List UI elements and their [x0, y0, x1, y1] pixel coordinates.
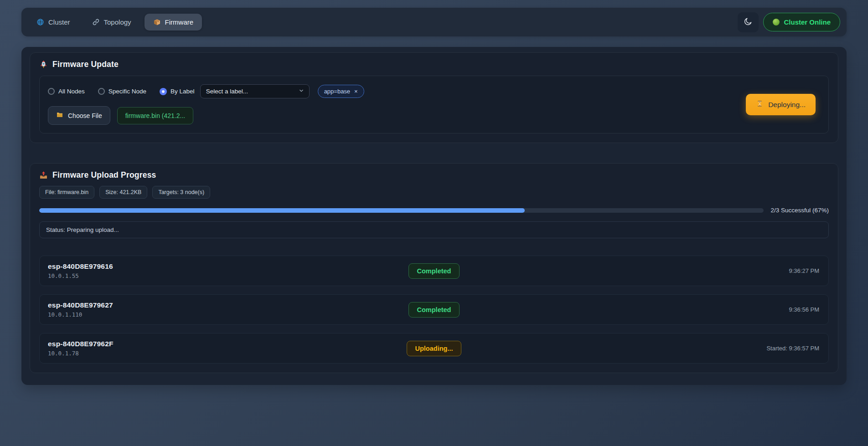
status-message-box: Status: Preparing upload...: [39, 221, 829, 238]
globe-icon: [36, 18, 44, 26]
node-ip: 10.0.1.78: [48, 350, 395, 357]
node-time: Started: 9:36:57 PM: [473, 345, 820, 352]
firmware-update-card: Firmware Update All Nodes Specific Node …: [30, 52, 838, 143]
node-row: esp-840D8E979627 10.0.1.110 Completed 9:…: [39, 294, 829, 325]
cluster-status-label: Cluster Online: [784, 18, 831, 26]
meta-file-badge: File: firmware.bin: [39, 186, 94, 199]
firmware-update-form: All Nodes Specific Node By Label Select …: [39, 76, 829, 133]
node-time: 9:36:27 PM: [473, 267, 820, 274]
folder-icon: [56, 111, 63, 120]
node-badge-wrap: Completed: [395, 302, 473, 318]
rocket-icon: [39, 60, 48, 69]
radio-circle: [98, 88, 105, 95]
node-identity: esp-840D8E979627 10.0.1.110: [48, 301, 395, 318]
node-row: esp-840D8E979616 10.0.1.55 Completed 9:3…: [39, 256, 829, 286]
package-icon: [153, 18, 161, 26]
theme-toggle-button[interactable]: [738, 12, 759, 32]
firmware-update-title-text: Firmware Update: [52, 60, 119, 69]
radio-specific-node[interactable]: Specific Node: [98, 88, 146, 95]
node-row: esp-840D8E97962F 10.0.1.78 Uploading... …: [39, 333, 829, 364]
tab-topology[interactable]: Topology: [83, 14, 140, 31]
node-status-badge: Completed: [408, 263, 460, 279]
radio-by-label-label: By Label: [170, 88, 195, 95]
node-badge-wrap: Uploading...: [395, 341, 473, 356]
node-list: esp-840D8E979616 10.0.1.55 Completed 9:3…: [39, 256, 829, 364]
node-status-badge: Uploading...: [407, 341, 462, 356]
progress-row: 2/3 Successful (67%): [39, 207, 829, 214]
upload-progress-title-text: Firmware Upload Progress: [52, 170, 156, 180]
tag-remove-icon[interactable]: ×: [354, 88, 358, 95]
upload-progress-card: Firmware Upload Progress File: firmware.…: [30, 163, 838, 373]
progress-label: 2/3 Successful (67%): [770, 207, 829, 214]
node-name: esp-840D8E979627: [48, 301, 395, 309]
tab-cluster-label: Cluster: [48, 18, 70, 26]
radio-circle: [48, 88, 55, 95]
node-ip: 10.0.1.110: [48, 311, 395, 318]
main-content: Firmware Update All Nodes Specific Node …: [21, 47, 847, 385]
firmware-update-title: Firmware Update: [39, 60, 829, 69]
chevron-down-icon: [298, 87, 305, 95]
target-mode-row: All Nodes Specific Node By Label Select …: [48, 84, 364, 98]
node-time: 9:36:56 PM: [473, 306, 820, 313]
tab-firmware-label: Firmware: [165, 18, 194, 26]
label-tag-text: app=base: [324, 88, 350, 95]
hourglass-icon: [756, 100, 764, 109]
node-badge-wrap: Completed: [395, 263, 473, 279]
meta-row: File: firmware.bin Size: 421.2KB Targets…: [39, 186, 829, 199]
green-dot-icon: [773, 19, 780, 26]
node-status-badge: Completed: [408, 302, 460, 318]
label-tag-app-base[interactable]: app=base ×: [318, 85, 364, 98]
choose-file-label: Choose File: [68, 112, 102, 119]
link-icon: [92, 18, 100, 26]
file-row: Choose File firmware.bin (421.2...: [48, 106, 364, 125]
node-name: esp-840D8E979616: [48, 262, 395, 271]
label-select[interactable]: Select a label...: [200, 84, 310, 98]
form-left: All Nodes Specific Node By Label Select …: [48, 84, 364, 125]
deploy-button-label: Deploying...: [768, 101, 806, 109]
node-name: esp-840D8E97962F: [48, 340, 395, 348]
node-ip: 10.0.1.55: [48, 272, 395, 279]
upload-progress-title: Firmware Upload Progress: [39, 170, 829, 180]
cluster-status-badge[interactable]: Cluster Online: [763, 13, 840, 31]
progress-bar: [39, 208, 764, 213]
selected-file-chip: firmware.bin (421.2...: [117, 107, 194, 124]
node-identity: esp-840D8E979616 10.0.1.55: [48, 262, 395, 279]
meta-targets-badge: Targets: 3 node(s): [152, 186, 210, 199]
tab-firmware[interactable]: Firmware: [145, 14, 202, 31]
radio-all-nodes-label: All Nodes: [58, 88, 85, 95]
node-identity: esp-840D8E97962F 10.0.1.78: [48, 340, 395, 357]
progress-fill: [39, 208, 525, 213]
tab-cluster[interactable]: Cluster: [28, 14, 79, 31]
radio-all-nodes[interactable]: All Nodes: [48, 88, 85, 95]
radio-circle: [160, 88, 167, 95]
deploy-button[interactable]: Deploying...: [746, 94, 816, 115]
outbox-icon: [39, 171, 48, 179]
tab-topology-label: Topology: [104, 18, 131, 26]
radio-by-label[interactable]: By Label: [160, 88, 195, 95]
moon-icon: [744, 17, 753, 27]
top-navbar: Cluster Topology Firmware: [21, 8, 847, 36]
radio-specific-node-label: Specific Node: [108, 88, 146, 95]
meta-size-badge: Size: 421.2KB: [99, 186, 147, 199]
choose-file-button[interactable]: Choose File: [48, 106, 110, 125]
label-select-value: Select a label...: [206, 88, 248, 95]
